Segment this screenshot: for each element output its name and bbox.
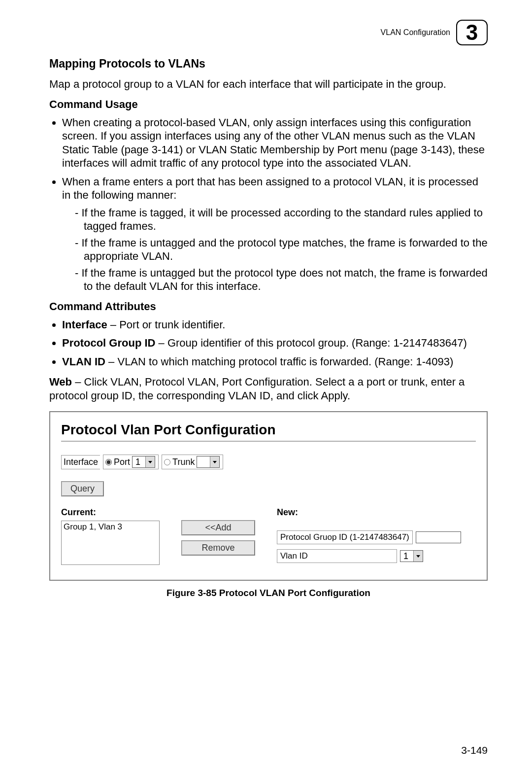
vlanid-dropdown-value: 1 [400,551,413,562]
attr-interface-desc: – Port or trunk identifier. [107,318,226,331]
interface-row: Interface Port 1 Trunk [61,455,476,469]
pgid-input[interactable] [416,531,461,543]
intro-paragraph: Map a protocol group to a VLAN for each … [49,77,488,91]
vlanid-label: Vlan ID [277,549,397,563]
attr-interface-name: Interface [62,318,107,331]
trunk-radio[interactable] [164,459,170,465]
panel-title: Protocol Vlan Port Configuration [61,422,476,438]
port-radio[interactable] [105,459,112,465]
attr-vlan-desc: – VLAN to which matching protocol traffi… [105,355,453,368]
attr-interface: Interface – Port or trunk identifier. [62,318,488,332]
usage-sub-2: If the frame is untagged and the protoco… [75,236,488,263]
current-listbox[interactable]: Group 1, Vlan 3 [61,521,160,565]
new-heading: New: [277,507,476,518]
usage-item-2-lead: When a frame enters a port that has been… [62,176,478,202]
web-text: – Click VLAN, Protocol VLAN, Port Config… [49,376,465,402]
doc-title: Mapping Protocols to VLANs [49,57,488,70]
web-instructions: Web – Click VLAN, Protocol VLAN, Port Co… [49,375,488,402]
attr-vlanid: VLAN ID – VLAN to which matching protoco… [62,355,488,369]
add-button[interactable]: <<Add [181,520,255,535]
query-button[interactable]: Query [61,481,104,496]
figure-caption: Figure 3-85 Protocol VLAN Port Configura… [49,588,488,598]
config-panel: Protocol Vlan Port Configuration Interfa… [49,411,488,581]
chevron-down-icon[interactable] [145,457,155,467]
attr-pgid: Protocol Group ID – Group identifier of … [62,336,488,350]
port-radio-label: Port [114,457,130,467]
port-radio-cell[interactable]: Port 1 [103,455,159,469]
chevron-down-icon[interactable] [210,457,219,467]
current-heading: Current: [61,507,160,518]
usage-item-2: When a frame enters a port that has been… [62,175,488,293]
port-dropdown-value: 1 [133,457,145,467]
trunk-radio-cell[interactable]: Trunk [162,455,223,469]
page-header: VLAN Configuration 3 [49,20,488,45]
attr-vlan-name: VLAN ID [62,355,105,368]
vlanid-dropdown[interactable]: 1 [400,550,423,562]
list-item[interactable]: Group 1, Vlan 3 [64,522,157,532]
pgid-label: Protocol Gruop ID (1-2147483647) [277,530,413,544]
usage-sub-1: If the frame is tagged, it will be proce… [75,206,488,233]
usage-item-1: When creating a protocol-based VLAN, onl… [62,116,488,170]
command-attributes-heading: Command Attributes [49,300,488,313]
web-bold: Web [49,376,72,388]
remove-button[interactable]: Remove [181,540,255,556]
trunk-dropdown-value [197,457,210,467]
chapter-badge: 3 [456,20,488,45]
page-number: 3-149 [461,744,488,756]
usage-sublist: If the frame is tagged, it will be proce… [62,206,488,293]
chevron-down-icon[interactable] [413,551,423,562]
command-usage-heading: Command Usage [49,98,488,111]
section-title: VLAN Configuration [381,28,450,37]
command-usage-list: When creating a protocol-based VLAN, onl… [49,116,488,293]
command-attributes-list: Interface – Port or trunk identifier. Pr… [49,318,488,369]
panel-separator [61,441,476,442]
attr-pgid-name: Protocol Group ID [62,337,155,349]
port-dropdown[interactable]: 1 [132,456,155,468]
attr-pgid-desc: – Group identifier of this protocol grou… [155,337,466,349]
trunk-dropdown[interactable] [197,456,220,468]
interface-label: Interface [61,455,100,469]
usage-sub-3: If the frame is untagged but the protoco… [75,266,488,293]
trunk-radio-label: Trunk [172,457,195,467]
